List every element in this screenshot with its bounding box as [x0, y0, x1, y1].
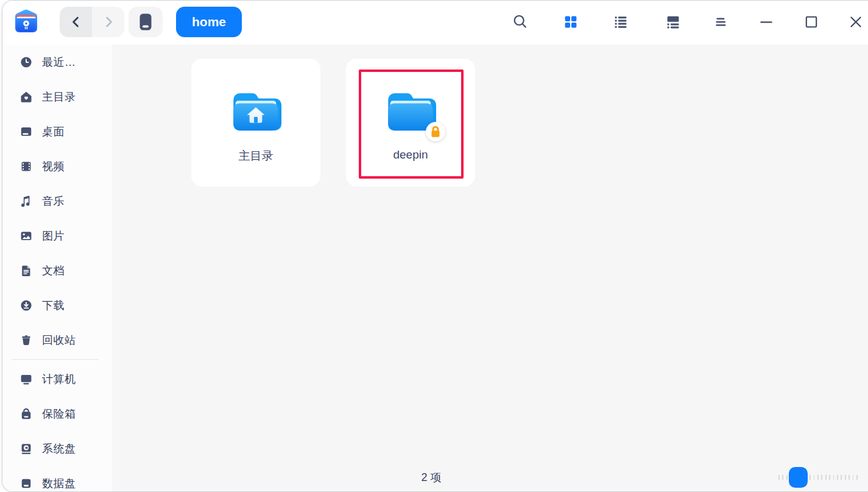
menu-icon — [712, 13, 729, 30]
file-manager-logo-icon — [13, 8, 40, 35]
item-count: 2 项 — [421, 470, 441, 485]
file-item-label: deepin — [393, 148, 428, 162]
sidebar-item-label: 系统盘 — [42, 441, 76, 456]
sidebar-item-data-disk[interactable]: 数据盘 — [2, 466, 112, 491]
screen: home — [0, 0, 868, 492]
file-item-home-folder[interactable]: 主目录 — [191, 59, 320, 187]
lock-icon — [426, 122, 445, 141]
sidebar-item-home[interactable]: 主目录 — [2, 79, 112, 114]
maximize-button[interactable] — [803, 13, 820, 30]
video-icon — [19, 160, 33, 173]
trash-icon — [19, 333, 33, 347]
sidebar-item-vault[interactable]: 保险箱 — [2, 396, 112, 431]
sidebar-item-label: 回收站 — [42, 333, 76, 348]
tab-home[interactable]: home — [176, 7, 242, 37]
close-icon — [847, 13, 864, 30]
file-manager-window: home — [2, 0, 868, 492]
titlebar: home — [2, 1, 868, 45]
sidebar-item-downloads[interactable]: 下载 — [2, 288, 112, 323]
minimize-icon — [758, 13, 775, 30]
sidebar-item-label: 下载 — [42, 298, 65, 313]
search-icon — [512, 13, 529, 30]
lock-badge — [426, 122, 445, 141]
desktop-icon — [19, 125, 33, 138]
sidebar-item-label: 计算机 — [42, 372, 76, 387]
maximize-icon — [803, 13, 820, 30]
location-device-button[interactable] — [129, 7, 163, 37]
sidebar-item-documents[interactable]: 文档 — [2, 253, 112, 288]
minimize-button[interactable] — [758, 13, 775, 30]
pictures-icon — [19, 229, 33, 243]
clock-icon — [19, 55, 33, 69]
sidebar-item-trash[interactable]: 回收站 — [2, 323, 112, 357]
document-icon — [19, 264, 33, 277]
grid-view-icon — [562, 13, 579, 30]
sidebar-item-label: 主目录 — [42, 90, 76, 104]
home-folder-icon — [230, 90, 281, 134]
sidebar-item-recent[interactable]: 最近… — [2, 45, 112, 79]
sidebar-item-computer[interactable]: 计算机 — [2, 362, 112, 396]
file-item-label: 主目录 — [239, 148, 273, 164]
tab-home-label: home — [192, 15, 226, 29]
sidebar-item-system-disk[interactable]: 系统盘 — [2, 431, 112, 466]
system-disk-icon — [19, 442, 33, 455]
sidebar-item-label: 桌面 — [42, 124, 65, 139]
nav-button-group — [60, 7, 124, 37]
forward-button[interactable] — [92, 7, 124, 37]
sidebar-divider — [12, 359, 99, 360]
vault-icon — [19, 407, 33, 421]
file-view: 主目录 deepin — [112, 45, 868, 491]
sidebar-item-label: 图片 — [42, 229, 65, 243]
chevron-left-icon — [68, 13, 85, 30]
sidebar-item-pictures[interactable]: 图片 — [2, 218, 112, 253]
music-icon — [19, 194, 33, 208]
sidebar-item-desktop[interactable]: 桌面 — [2, 114, 112, 149]
app-icon[interactable] — [13, 8, 40, 35]
detail-view-icon — [665, 13, 682, 30]
data-disk-icon — [19, 477, 33, 490]
close-button[interactable] — [847, 13, 864, 30]
sidebar-item-label: 视频 — [42, 159, 65, 174]
sidebar-item-label: 最近… — [42, 55, 76, 70]
sidebar-item-label: 保险箱 — [42, 407, 76, 421]
grid-view-button[interactable] — [562, 13, 579, 30]
computer-icon — [19, 373, 33, 386]
list-view-button[interactable] — [612, 13, 629, 30]
chevron-right-icon — [100, 13, 117, 30]
sidebar-item-label: 数据盘 — [42, 476, 76, 491]
icon-size-slider[interactable] — [777, 466, 863, 489]
file-item-deepin-folder[interactable]: deepin — [346, 59, 475, 187]
sidebar-item-music[interactable]: 音乐 — [2, 184, 112, 218]
deepin-folder-icon — [385, 90, 436, 134]
sidebar-item-label: 音乐 — [42, 194, 65, 209]
list-view-icon — [612, 13, 629, 30]
search-button[interactable] — [512, 13, 529, 30]
disk-icon — [137, 13, 154, 31]
back-button[interactable] — [60, 7, 92, 37]
detail-view-button[interactable] — [665, 13, 682, 30]
menu-button[interactable] — [712, 13, 729, 30]
slider-handle[interactable] — [789, 467, 808, 488]
sidebar: 最近… 主目录 桌面 — [2, 45, 112, 491]
download-icon — [19, 299, 33, 312]
sidebar-item-label: 文档 — [42, 263, 65, 278]
home-icon — [19, 90, 33, 104]
sidebar-item-videos[interactable]: 视频 — [2, 149, 112, 184]
